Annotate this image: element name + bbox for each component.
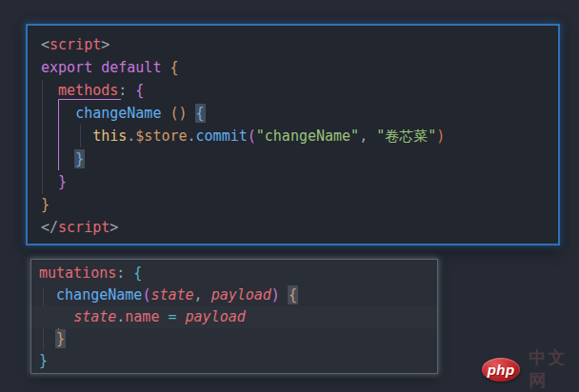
bracket-match-highlight: { — [196, 105, 205, 122]
code-line: } — [31, 328, 437, 350]
code-line: } — [28, 147, 558, 170]
code-token — [125, 265, 133, 282]
code-line: mutations: { — [31, 263, 437, 284]
code-token: changeName — [75, 105, 161, 122]
code-line: export default { — [28, 56, 558, 79]
code-token: . — [188, 127, 196, 145]
code-line: } — [28, 170, 558, 193]
code-token: ( — [248, 127, 256, 145]
code-token — [203, 286, 211, 304]
php-logo-text: php — [488, 362, 515, 378]
code-token — [188, 105, 196, 122]
code-line: methods: { — [28, 79, 558, 102]
code-token — [39, 308, 73, 325]
code-token: mutations — [39, 265, 116, 282]
code-token: payload — [211, 286, 271, 304]
code-token: payload — [186, 308, 246, 325]
code-token: { — [170, 59, 178, 76]
code-token: > — [101, 36, 110, 53]
mutations-code-block: mutations: { changeName(state, payload) … — [30, 259, 438, 374]
code-token: methods — [58, 82, 118, 99]
code-token: ) — [436, 127, 445, 145]
code-token: "changeName" — [256, 127, 359, 145]
code-line: } — [31, 350, 437, 372]
code-token: this — [92, 127, 127, 145]
code-token — [39, 330, 56, 347]
code-token: changeName — [56, 286, 142, 304]
code-line: } — [28, 193, 558, 216]
code-token — [39, 286, 56, 304]
code-token: $store — [135, 127, 187, 145]
code-token: state — [150, 286, 193, 304]
code-token — [41, 82, 58, 99]
code-token: { — [133, 265, 142, 282]
code-token — [41, 127, 92, 145]
code-token: , — [194, 286, 203, 304]
code-token: > — [110, 219, 118, 236]
code-token: commit — [196, 127, 248, 145]
code-token: { — [135, 82, 144, 99]
code-token: : — [118, 82, 127, 99]
code-line: <script> — [28, 33, 558, 56]
code-token: } — [41, 196, 50, 213]
code-token: </ — [41, 219, 58, 236]
code-line: </script> — [28, 216, 558, 239]
code-token: () — [170, 105, 187, 122]
code-token: : — [116, 265, 125, 282]
code-line: changeName(state, payload) { — [31, 284, 437, 306]
code-token — [177, 308, 186, 325]
code-token — [92, 59, 101, 76]
php-logo-icon: php — [482, 358, 520, 382]
code-token: . — [116, 308, 125, 325]
code-token — [41, 105, 75, 122]
code-token: script — [58, 219, 110, 236]
php-watermark: php 中文网 — [482, 346, 579, 392]
code-token: name — [125, 308, 159, 325]
code-token: . — [127, 127, 135, 145]
code-token — [41, 173, 58, 190]
code-line: changeName () { — [28, 102, 558, 125]
code-token: "卷芯菜" — [376, 127, 436, 145]
code-token — [127, 82, 135, 99]
bracket-match-highlight: { — [289, 286, 297, 304]
code-token: default — [101, 59, 161, 76]
code-token: < — [41, 36, 50, 53]
watermark-site-name: 中文网 — [529, 346, 579, 392]
code-token: ) — [271, 286, 280, 304]
code-token: , — [359, 127, 368, 145]
code-token: } — [58, 173, 67, 190]
code-token: export — [41, 59, 92, 76]
code-line-current: state.name = payload — [31, 306, 437, 328]
code-line: this.$store.commit("changeName", "卷芯菜") — [28, 125, 558, 147]
code-token: = — [168, 308, 176, 325]
code-token: } — [39, 352, 48, 369]
bracket-match-highlight: } — [75, 150, 84, 167]
code-token — [368, 127, 376, 145]
bracket-match-highlight: } — [56, 330, 65, 347]
code-token: script — [50, 36, 101, 53]
code-token: state — [73, 308, 116, 325]
script-code-block: <script>export default { methods: { chan… — [26, 24, 560, 245]
code-token — [280, 286, 289, 304]
code-token — [41, 150, 75, 167]
